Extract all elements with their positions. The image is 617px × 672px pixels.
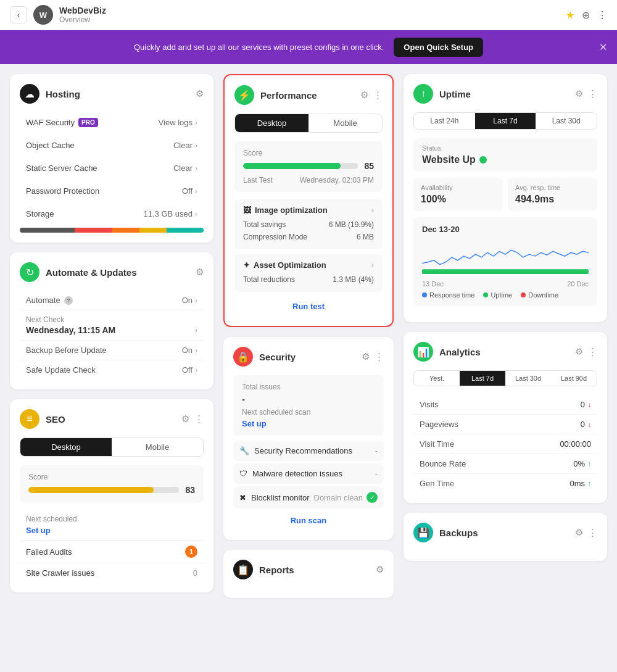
hosting-gear-icon[interactable]: ⚙ xyxy=(196,88,204,99)
run-test-section: Run test xyxy=(234,297,383,316)
automate-value[interactable]: On › xyxy=(182,296,197,305)
next-check-section[interactable]: Next Check Wednesday, 11:15 AM › xyxy=(20,310,204,341)
visits-trend: ↓ xyxy=(587,400,591,409)
perf-desktop-btn[interactable]: Desktop xyxy=(235,114,308,132)
backups-actions: ⚙ ⋮ xyxy=(575,527,597,538)
security-dots-icon[interactable]: ⋮ xyxy=(375,351,384,362)
automate-gear-icon[interactable]: ⚙ xyxy=(196,267,204,278)
bounce-rate-label: Bounce Rate xyxy=(420,459,466,468)
analytics-30d-btn[interactable]: Last 30d xyxy=(505,371,551,386)
open-quick-setup-button[interactable]: Open Quick Setup xyxy=(394,38,483,57)
failed-audits-badge: 1 xyxy=(185,545,197,558)
backups-dots-icon[interactable]: ⋮ xyxy=(588,527,597,538)
storage-row[interactable]: Storage 11.3 GB used › xyxy=(20,204,204,224)
backups-gear-icon[interactable]: ⚙ xyxy=(575,527,583,538)
object-cache-row[interactable]: Object Cache Clear › xyxy=(20,135,204,156)
back-button[interactable]: ‹ xyxy=(10,6,27,23)
blocklist-row[interactable]: ✖ Blocklist monitor Domain clean ✓ xyxy=(233,486,384,508)
uptime-dots-icon[interactable]: ⋮ xyxy=(588,88,597,99)
resp-label: Avg. resp. time xyxy=(515,184,590,191)
storage-label: Storage xyxy=(26,209,54,218)
uptime-gear-icon[interactable]: ⚙ xyxy=(575,88,583,99)
perf-gear-icon[interactable]: ⚙ xyxy=(360,89,368,101)
seo-desktop-btn[interactable]: Desktop xyxy=(20,438,112,456)
failed-audits-row[interactable]: Failed Audits 1 xyxy=(20,540,204,563)
uptime-7d-btn[interactable]: Last 7d xyxy=(475,113,536,129)
run-test-button[interactable]: Run test xyxy=(292,302,325,311)
static-cache-row[interactable]: Static Server Cache Clear › xyxy=(20,158,204,178)
legend-label-uptime: Uptime xyxy=(491,291,512,299)
perf-score-label: Score xyxy=(243,149,374,157)
perf-dots-icon[interactable]: ⋮ xyxy=(373,89,383,101)
nav-dots-icon[interactable]: ⋮ xyxy=(597,9,607,21)
legend-dot-uptime xyxy=(483,292,488,297)
seo-gear-icon[interactable]: ⚙ xyxy=(181,413,189,425)
bounce-rate-value: 0% ↑ xyxy=(573,459,591,468)
uptime-status-box: Status Website Up xyxy=(413,138,597,172)
seo-dots-icon[interactable]: ⋮ xyxy=(194,413,204,425)
image-opt-arrow[interactable]: › xyxy=(371,205,374,215)
next-scan-value[interactable]: Set up xyxy=(242,419,375,428)
site-info: WebDevBiz Overview xyxy=(59,6,560,24)
storage-seg-5 xyxy=(167,228,204,233)
pro-badge: PRO xyxy=(78,118,98,127)
safe-update-check-label: Safe Update Check xyxy=(26,365,96,375)
waf-value[interactable]: View logs › xyxy=(159,118,197,127)
password-protection-row[interactable]: Password Protection Off › xyxy=(20,181,204,201)
perf-score-section: Score 85 Last Test Wednesday, 02:03 PM xyxy=(234,141,383,192)
object-cache-value[interactable]: Clear › xyxy=(173,141,197,150)
automate-header: ↻ Automate & Updates ⚙ xyxy=(20,262,204,282)
sec-recommendations-row[interactable]: 🔧 Security Recommendations - xyxy=(233,441,384,461)
status-value: Website Up xyxy=(422,154,589,165)
chart-title: Dec 13-20 xyxy=(422,225,589,234)
analytics-yest-btn[interactable]: Yest. xyxy=(414,371,460,386)
asset-icon: ✦ xyxy=(243,260,250,270)
legend-downtime: Downtime xyxy=(521,291,558,299)
question-icon: ? xyxy=(64,296,73,305)
analytics-gear-icon[interactable]: ⚙ xyxy=(575,346,583,357)
backups-title: Backups xyxy=(439,528,569,538)
perf-last-test-row: Last Test Wednesday, 02:03 PM xyxy=(243,176,374,185)
asset-opt-title: ✦ Asset Optimization xyxy=(243,260,326,270)
password-protection-value[interactable]: Off › xyxy=(182,186,197,196)
backup-before-update-value[interactable]: On › xyxy=(182,346,197,355)
site-crawler-value: 0 xyxy=(193,568,197,578)
gen-time-row: Gen Time 0ms ↑ xyxy=(413,474,597,493)
seo-next-value[interactable]: Set up xyxy=(26,526,197,535)
waf-security-row[interactable]: WAF Security PRO View logs › xyxy=(20,112,204,133)
status-label: Status xyxy=(422,144,589,152)
site-crawler-row[interactable]: Site Crawler issues 0 xyxy=(20,563,204,583)
last-test-value: Wednesday, 02:03 PM xyxy=(300,176,374,185)
perf-actions: ⚙ ⋮ xyxy=(360,89,383,101)
static-cache-value[interactable]: Clear › xyxy=(173,164,197,173)
analytics-90d-btn[interactable]: Last 90d xyxy=(551,371,597,386)
site-name: WebDevBiz xyxy=(59,6,560,15)
safe-update-check-row[interactable]: Safe Update Check Off › xyxy=(20,360,204,380)
uptime-30d-btn[interactable]: Last 30d xyxy=(536,113,597,129)
star-icon[interactable]: ★ xyxy=(566,9,574,21)
reports-gear-icon[interactable]: ⚙ xyxy=(376,564,384,575)
malware-row[interactable]: 🛡 Malware detection issues - xyxy=(233,463,384,484)
analytics-7d-btn[interactable]: Last 7d xyxy=(460,371,505,386)
seo-mobile-btn[interactable]: Mobile xyxy=(112,438,203,456)
last-test-label: Last Test xyxy=(243,176,273,185)
asset-opt-arrow[interactable]: › xyxy=(371,260,374,270)
wrench-icon: 🔧 xyxy=(239,446,249,455)
safe-update-check-value[interactable]: Off › xyxy=(182,365,197,375)
banner-close-button[interactable]: ✕ xyxy=(599,41,607,53)
analytics-dots-icon[interactable]: ⋮ xyxy=(588,346,597,357)
savings-label: Total savings xyxy=(243,220,286,229)
legend-dot-response xyxy=(422,292,427,297)
next-check-label: Next Check xyxy=(26,315,197,324)
analytics-title: Analytics xyxy=(439,347,569,357)
security-gear-icon[interactable]: ⚙ xyxy=(362,351,370,362)
uptime-24h-btn[interactable]: Last 24h xyxy=(414,113,475,129)
perf-title: Performance xyxy=(260,90,354,101)
backup-before-update-row[interactable]: Backup Before Update On › xyxy=(20,341,204,360)
automate-row[interactable]: Automate ? On › xyxy=(20,291,204,310)
run-scan-button[interactable]: Run scan xyxy=(291,516,327,525)
seo-actions: ⚙ ⋮ xyxy=(181,413,204,425)
perf-mobile-btn[interactable]: Mobile xyxy=(308,114,382,132)
storage-value[interactable]: 11.3 GB used › xyxy=(144,209,198,218)
wordpress-icon[interactable]: ⊕ xyxy=(582,9,590,21)
